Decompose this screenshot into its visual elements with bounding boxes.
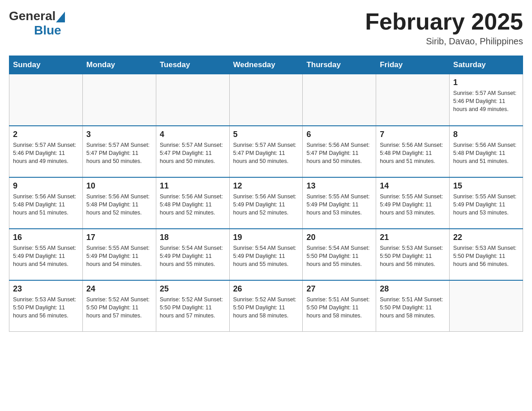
day-info: Sunrise: 5:57 AM Sunset: 5:46 PM Dayligh… [13, 141, 79, 165]
day-number: 6 [306, 130, 372, 139]
day-number: 15 [453, 181, 519, 191]
day-info: Sunrise: 5:56 AM Sunset: 5:48 PM Dayligh… [160, 193, 226, 217]
table-row: 13Sunrise: 5:55 AM Sunset: 5:49 PM Dayli… [303, 177, 376, 229]
day-number: 7 [380, 130, 446, 139]
day-info: Sunrise: 5:56 AM Sunset: 5:48 PM Dayligh… [453, 141, 519, 165]
day-info: Sunrise: 5:52 AM Sunset: 5:50 PM Dayligh… [233, 295, 299, 320]
svg-marker-0 [56, 12, 65, 22]
logo-blue-text: Blue [34, 23, 61, 37]
table-row: 12Sunrise: 5:56 AM Sunset: 5:49 PM Dayli… [229, 177, 303, 229]
day-number: 10 [86, 181, 152, 191]
day-number: 5 [233, 130, 299, 139]
logo-general-text: General [9, 9, 56, 23]
day-info: Sunrise: 5:57 AM Sunset: 5:47 PM Dayligh… [233, 141, 299, 165]
table-row: 15Sunrise: 5:55 AM Sunset: 5:49 PM Dayli… [450, 177, 523, 229]
table-row [376, 74, 450, 126]
day-number: 14 [380, 181, 446, 191]
day-info: Sunrise: 5:54 AM Sunset: 5:49 PM Dayligh… [233, 244, 299, 268]
day-number: 23 [13, 284, 79, 294]
day-number: 12 [233, 181, 299, 191]
location-text: Sirib, Davao, Philippines [365, 36, 523, 47]
day-number: 3 [86, 130, 152, 139]
day-number: 25 [160, 284, 226, 294]
day-info: Sunrise: 5:51 AM Sunset: 5:50 PM Dayligh… [380, 295, 446, 320]
day-number: 21 [380, 233, 446, 242]
table-row: 7Sunrise: 5:56 AM Sunset: 5:48 PM Daylig… [376, 126, 450, 177]
day-info: Sunrise: 5:55 AM Sunset: 5:49 PM Dayligh… [13, 244, 79, 268]
day-info: Sunrise: 5:56 AM Sunset: 5:48 PM Dayligh… [380, 141, 446, 165]
logo: General Blue [9, 9, 65, 38]
table-row: 26Sunrise: 5:52 AM Sunset: 5:50 PM Dayli… [229, 280, 303, 332]
calendar-week-row: 1Sunrise: 5:57 AM Sunset: 5:46 PM Daylig… [9, 74, 523, 126]
table-row: 21Sunrise: 5:53 AM Sunset: 5:50 PM Dayli… [376, 229, 450, 280]
table-row: 22Sunrise: 5:53 AM Sunset: 5:50 PM Dayli… [450, 229, 523, 280]
day-number: 19 [233, 233, 299, 242]
day-info: Sunrise: 5:52 AM Sunset: 5:50 PM Dayligh… [160, 295, 226, 320]
table-row [450, 280, 523, 332]
table-row: 28Sunrise: 5:51 AM Sunset: 5:50 PM Dayli… [376, 280, 450, 332]
day-info: Sunrise: 5:55 AM Sunset: 5:49 PM Dayligh… [306, 193, 372, 217]
day-info: Sunrise: 5:56 AM Sunset: 5:49 PM Dayligh… [233, 193, 299, 217]
day-info: Sunrise: 5:56 AM Sunset: 5:47 PM Dayligh… [306, 141, 372, 165]
day-info: Sunrise: 5:55 AM Sunset: 5:49 PM Dayligh… [380, 193, 446, 217]
title-section: February 2025 Sirib, Davao, Philippines [365, 9, 523, 47]
table-row: 17Sunrise: 5:55 AM Sunset: 5:49 PM Dayli… [82, 229, 156, 280]
day-number: 28 [380, 284, 446, 294]
day-number: 16 [13, 233, 79, 242]
day-number: 26 [233, 284, 299, 294]
col-wednesday: Wednesday [229, 56, 303, 74]
logo-triangle-icon [56, 12, 65, 22]
day-number: 9 [13, 181, 79, 191]
col-thursday: Thursday [303, 56, 376, 74]
day-info: Sunrise: 5:53 AM Sunset: 5:50 PM Dayligh… [453, 244, 519, 268]
day-info: Sunrise: 5:51 AM Sunset: 5:50 PM Dayligh… [306, 295, 372, 320]
calendar-week-row: 23Sunrise: 5:53 AM Sunset: 5:50 PM Dayli… [9, 280, 523, 332]
table-row [303, 74, 376, 126]
table-row [156, 74, 229, 126]
day-number: 13 [306, 181, 372, 191]
day-info: Sunrise: 5:57 AM Sunset: 5:47 PM Dayligh… [86, 141, 152, 165]
col-saturday: Saturday [450, 56, 523, 74]
day-info: Sunrise: 5:54 AM Sunset: 5:50 PM Dayligh… [306, 244, 372, 268]
col-monday: Monday [82, 56, 156, 74]
page-header: General Blue February 2025 Sirib, Davao,… [9, 9, 523, 47]
day-number: 18 [160, 233, 226, 242]
table-row: 23Sunrise: 5:53 AM Sunset: 5:50 PM Dayli… [9, 280, 83, 332]
table-row: 10Sunrise: 5:56 AM Sunset: 5:48 PM Dayli… [82, 177, 156, 229]
day-info: Sunrise: 5:56 AM Sunset: 5:48 PM Dayligh… [86, 193, 152, 217]
calendar-week-row: 2Sunrise: 5:57 AM Sunset: 5:46 PM Daylig… [9, 126, 523, 177]
day-info: Sunrise: 5:52 AM Sunset: 5:50 PM Dayligh… [86, 295, 152, 320]
table-row: 20Sunrise: 5:54 AM Sunset: 5:50 PM Dayli… [303, 229, 376, 280]
calendar-table: Sunday Monday Tuesday Wednesday Thursday… [9, 56, 523, 332]
col-tuesday: Tuesday [156, 56, 229, 74]
table-row: 11Sunrise: 5:56 AM Sunset: 5:48 PM Dayli… [156, 177, 229, 229]
table-row [9, 74, 83, 126]
day-info: Sunrise: 5:55 AM Sunset: 5:49 PM Dayligh… [86, 244, 152, 268]
day-number: 4 [160, 130, 226, 139]
month-title: February 2025 [365, 9, 523, 34]
table-row: 9Sunrise: 5:56 AM Sunset: 5:48 PM Daylig… [9, 177, 83, 229]
day-info: Sunrise: 5:57 AM Sunset: 5:47 PM Dayligh… [160, 141, 226, 165]
table-row: 5Sunrise: 5:57 AM Sunset: 5:47 PM Daylig… [229, 126, 303, 177]
col-sunday: Sunday [9, 56, 83, 74]
day-number: 27 [306, 284, 372, 294]
table-row: 8Sunrise: 5:56 AM Sunset: 5:48 PM Daylig… [450, 126, 523, 177]
day-number: 20 [306, 233, 372, 242]
day-info: Sunrise: 5:54 AM Sunset: 5:49 PM Dayligh… [160, 244, 226, 268]
table-row: 24Sunrise: 5:52 AM Sunset: 5:50 PM Dayli… [82, 280, 156, 332]
day-number: 8 [453, 130, 519, 139]
day-info: Sunrise: 5:53 AM Sunset: 5:50 PM Dayligh… [380, 244, 446, 268]
day-info: Sunrise: 5:56 AM Sunset: 5:48 PM Dayligh… [13, 193, 79, 217]
day-number: 22 [453, 233, 519, 242]
day-number: 24 [86, 284, 152, 294]
table-row: 27Sunrise: 5:51 AM Sunset: 5:50 PM Dayli… [303, 280, 376, 332]
table-row: 6Sunrise: 5:56 AM Sunset: 5:47 PM Daylig… [303, 126, 376, 177]
day-info: Sunrise: 5:57 AM Sunset: 5:46 PM Dayligh… [453, 89, 519, 113]
table-row: 25Sunrise: 5:52 AM Sunset: 5:50 PM Dayli… [156, 280, 229, 332]
table-row: 2Sunrise: 5:57 AM Sunset: 5:46 PM Daylig… [9, 126, 83, 177]
table-row: 16Sunrise: 5:55 AM Sunset: 5:49 PM Dayli… [9, 229, 83, 280]
table-row [229, 74, 303, 126]
day-number: 11 [160, 181, 226, 191]
table-row: 14Sunrise: 5:55 AM Sunset: 5:49 PM Dayli… [376, 177, 450, 229]
calendar-week-row: 9Sunrise: 5:56 AM Sunset: 5:48 PM Daylig… [9, 177, 523, 229]
